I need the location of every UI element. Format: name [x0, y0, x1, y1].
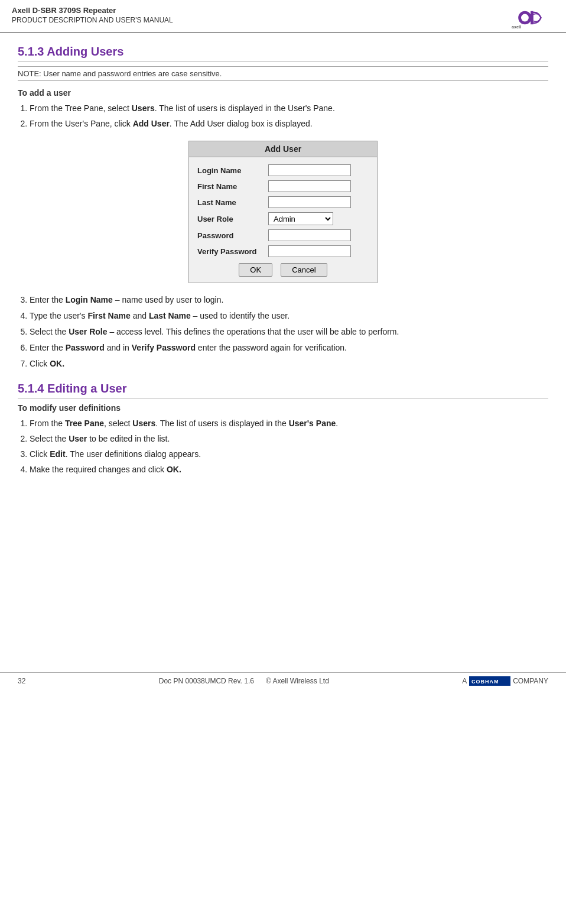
- dialog-cancel-button[interactable]: Cancel: [281, 263, 327, 277]
- note-bar: NOTE: User name and password entries are…: [18, 66, 548, 81]
- footer-doc-ref-text: Doc PN 00038UMCD Rev. 1.6: [159, 677, 254, 685]
- step-2: From the User's Pane, click Add User. Th…: [30, 118, 548, 130]
- first-name-input[interactable]: [268, 180, 351, 192]
- step-3: Enter the Login Name – name used by user…: [30, 294, 548, 306]
- step5-bold: User Role: [69, 327, 107, 336]
- header-titles: Axell D-SBR 3709S Repeater PRODUCT DESCR…: [12, 6, 173, 24]
- last-name-input[interactable]: [268, 196, 351, 208]
- step2-bold: Add User: [133, 119, 170, 128]
- edit2-bold: User: [69, 434, 87, 443]
- edit-user-subtitle: To modify user definitions: [18, 403, 548, 413]
- add-user-dialog: Add User Login Name First Name Last Name: [188, 141, 378, 283]
- password-input[interactable]: [268, 229, 351, 241]
- page-header: Axell D-SBR 3709S Repeater PRODUCT DESCR…: [0, 0, 566, 33]
- login-name-label: Login Name: [197, 166, 268, 175]
- verify-password-row: Verify Password: [197, 245, 369, 257]
- step3-bold: Login Name: [66, 295, 113, 304]
- user-role-label: User Role: [197, 215, 268, 223]
- verify-password-input[interactable]: [268, 245, 351, 257]
- edit-step-3: Click Edit. The user definitions dialog …: [30, 448, 548, 461]
- verify-password-label: Verify Password: [197, 247, 268, 256]
- section-513-heading: 5.1.3 Adding Users: [18, 45, 548, 61]
- step-7: Click OK.: [30, 358, 548, 370]
- edit-step-4: Make the required changes and click OK.: [30, 463, 548, 476]
- footer-copyright: © Axell Wireless Ltd: [266, 677, 329, 685]
- password-label: Password: [197, 231, 268, 240]
- step7-bold: OK.: [50, 359, 64, 368]
- login-name-input[interactable]: [268, 164, 351, 176]
- first-name-row: First Name: [197, 180, 369, 192]
- add-user-subtitle: To add a user: [18, 88, 548, 98]
- main-content: 5.1.3 Adding Users NOTE: User name and p…: [0, 33, 566, 495]
- header-title-main: Axell D-SBR 3709S Repeater: [12, 6, 173, 15]
- dialog-ok-button[interactable]: OK: [239, 263, 272, 277]
- footer-company: A COBHAM COMPANY: [462, 676, 548, 686]
- edit-step-1: From the Tree Pane, select Users. The li…: [30, 417, 548, 430]
- steps-before-dialog: From the Tree Pane, select Users. The li…: [30, 102, 548, 130]
- dialog-container: Add User Login Name First Name Last Name: [18, 141, 548, 283]
- last-name-row: Last Name: [197, 196, 369, 208]
- edit-steps: From the Tree Pane, select Users. The li…: [30, 417, 548, 476]
- step-4: Type the user's First Name and Last Name…: [30, 310, 548, 322]
- section-514: 5.1.4 Editing a User To modify user defi…: [18, 382, 548, 476]
- step1-bold: Users: [132, 103, 155, 113]
- edit4-bold: OK.: [167, 465, 181, 474]
- page-footer: 32 Doc PN 00038UMCD Rev. 1.6 © Axell Wir…: [0, 672, 566, 689]
- logo-area: axell WIRELESS: [507, 6, 554, 30]
- footer-a: A: [462, 677, 467, 685]
- svg-text:COBHAM: COBHAM: [471, 679, 499, 685]
- svg-text:axell: axell: [512, 24, 521, 30]
- user-role-select-wrap: Admin User: [268, 212, 351, 225]
- steps-after-dialog: Enter the Login Name – name used by user…: [30, 294, 548, 370]
- step6-bold2: Verify Password: [132, 343, 196, 352]
- edit3-bold: Edit: [50, 449, 65, 459]
- section-513: 5.1.3 Adding Users NOTE: User name and p…: [18, 45, 548, 370]
- last-name-label: Last Name: [197, 198, 268, 207]
- first-name-label: First Name: [197, 182, 268, 191]
- dialog-title: Add User: [189, 141, 377, 157]
- step6-bold1: Password: [66, 343, 105, 352]
- footer-company-suffix: COMPANY: [513, 677, 548, 685]
- step-6: Enter the Password and in Verify Passwor…: [30, 342, 548, 354]
- edit1-bold1: Tree Pane: [65, 419, 104, 428]
- step-5: Select the User Role – access level. Thi…: [30, 326, 548, 338]
- section-514-heading: 5.1.4 Editing a User: [18, 382, 548, 398]
- step4-bold1: First Name: [87, 311, 130, 320]
- user-role-row: User Role Admin User: [197, 212, 369, 225]
- cobham-logo-svg: COBHAM: [469, 676, 510, 686]
- edit1-bold2: Users: [132, 419, 155, 428]
- login-name-row: Login Name: [197, 164, 369, 176]
- dialog-body: Login Name First Name Last Name User Rol…: [189, 157, 377, 283]
- footer-page-number: 32: [18, 677, 25, 685]
- axell-logo: axell WIRELESS: [507, 6, 554, 30]
- dialog-buttons: OK Cancel: [197, 263, 369, 277]
- edit1-bold3: User's Pane: [289, 419, 336, 428]
- header-title-sub: PRODUCT DESCRIPTION AND USER'S MANUAL: [12, 16, 173, 24]
- password-row: Password: [197, 229, 369, 241]
- edit-step-2: Select the User to be edited in the list…: [30, 433, 548, 445]
- footer-doc-ref: Doc PN 00038UMCD Rev. 1.6 © Axell Wirele…: [25, 677, 462, 685]
- user-role-select[interactable]: Admin User: [268, 212, 333, 225]
- svg-point-1: [521, 14, 529, 22]
- step-1: From the Tree Pane, select Users. The li…: [30, 102, 548, 115]
- step4-bold2: Last Name: [149, 311, 191, 320]
